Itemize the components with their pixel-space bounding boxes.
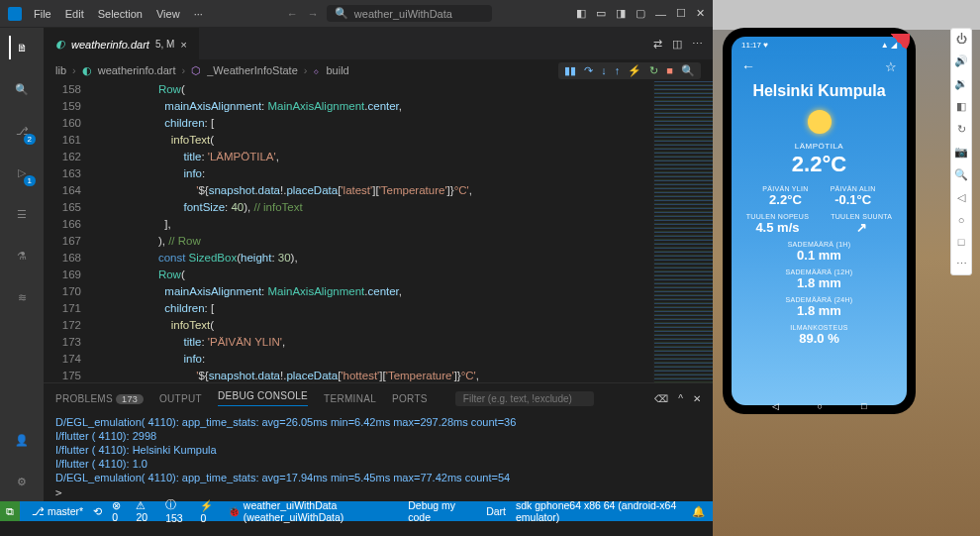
panel-filter-input[interactable]: Filter (e.g. text, !exclude) [455, 391, 594, 406]
emu-side-button-4[interactable]: ↻ [957, 123, 966, 136]
status-sync[interactable]: ⟲ [93, 505, 102, 517]
high-label: PÄIVÄN YLIN [762, 185, 808, 192]
debug-restart-icon[interactable]: ↻ [649, 64, 658, 77]
debug-step-out-icon[interactable]: ↑ [615, 64, 621, 76]
android-nav-bar: ◁ ○ □ [732, 398, 907, 405]
status-info[interactable]: ⓘ 153 [165, 498, 190, 524]
tab-problems[interactable]: PROBLEMS 173 [55, 393, 144, 404]
rain-24h-label: SADEMÄÄRÄ (24H) [739, 296, 899, 303]
emu-side-button-8[interactable]: ○ [958, 214, 965, 226]
android-home-icon[interactable]: ○ [818, 401, 823, 405]
accounts-icon[interactable]: 👤 [10, 428, 34, 452]
layout-left-icon[interactable]: ◧ [576, 7, 586, 20]
emu-side-button-5[interactable]: 📷 [954, 146, 968, 159]
tab-debug-console[interactable]: DEBUG CONSOLE [218, 390, 308, 406]
layout-right-icon[interactable]: ◨ [616, 7, 626, 20]
tab-more-icon[interactable]: ⋯ [692, 38, 703, 51]
emu-side-button-0[interactable]: ⏻ [956, 33, 967, 45]
debug-pause-icon[interactable]: ▮▮ [564, 64, 576, 77]
app-favorite-icon[interactable]: ☆ [885, 59, 897, 74]
titlebar: File Edit Selection View ··· ← → 🔍 weath… [0, 0, 713, 28]
breadcrumb-class[interactable]: _WeatherInfoState [207, 64, 298, 76]
tab-output[interactable]: OUTPUT [159, 393, 202, 404]
command-center-search[interactable]: 🔍 weather_uiWithData [327, 5, 492, 22]
tab-close-icon[interactable]: × [180, 39, 186, 51]
debug-stop-icon[interactable]: ■ [666, 64, 673, 76]
window-minimize-icon[interactable]: — [655, 8, 666, 20]
vscode-logo-icon [8, 7, 22, 21]
tab-modified-badge: 5, M [155, 39, 174, 50]
status-errors[interactable]: ⊗ 0 [112, 499, 126, 523]
window-close-icon[interactable]: ✕ [696, 7, 705, 20]
status-port[interactable]: ⚡ 0 [200, 499, 217, 524]
menu-selection[interactable]: Selection [98, 8, 143, 20]
emu-side-button-7[interactable]: ◁ [957, 191, 965, 204]
status-language[interactable]: Dart [486, 505, 506, 517]
vscode-window: File Edit Selection View ··· ← → 🔍 weath… [0, 0, 713, 521]
low-label: PÄIVÄN ALIN [831, 185, 876, 192]
layout-bottom-icon[interactable]: ▭ [596, 7, 606, 20]
search-icon[interactable]: 🔍 [10, 77, 34, 101]
explorer-icon[interactable]: 🗎 [9, 36, 33, 59]
dart-file-icon: ◐ [55, 38, 65, 51]
split-editor-icon[interactable]: ◫ [672, 38, 682, 51]
editor-tab-bar: ◐ weatherinfo.dart 5, M × ⇄ ◫ ⋯ [44, 28, 713, 59]
nav-forward-icon[interactable]: → [308, 8, 319, 20]
flutter-icon[interactable]: ≋ [10, 285, 34, 309]
debug-step-into-icon[interactable]: ↓ [601, 64, 607, 76]
app-back-icon[interactable]: ← [741, 58, 755, 74]
code-editor[interactable]: 1581591601611621631641651661671681691701… [44, 81, 713, 382]
emu-side-button-3[interactable]: ◧ [956, 100, 966, 113]
tab-terminal[interactable]: TERMINAL [324, 393, 376, 404]
status-device-selector[interactable]: 🐞 weather_uiWithData (weather_uiWithData… [228, 499, 398, 523]
settings-gear-icon[interactable]: ⚙ [10, 470, 34, 493]
emu-side-button-6[interactable]: 🔍 [954, 168, 968, 181]
minimap[interactable] [653, 81, 713, 382]
nav-back-icon[interactable]: ← [287, 8, 298, 20]
emulator-side-toolbar: ⏻🔊🔉◧↻📷🔍◁○□⋯ [950, 28, 972, 275]
source-control-icon[interactable]: ⎇2 [10, 119, 34, 143]
panel-maximize-icon[interactable]: ^ [678, 393, 683, 404]
tab-ports[interactable]: PORTS [392, 393, 428, 404]
testing-icon[interactable]: ⚗ [10, 244, 34, 268]
status-remote-icon[interactable]: ⧉ [0, 501, 20, 521]
humidity-label: ILMANKOSTEUS [739, 324, 899, 331]
android-recent-icon[interactable]: □ [861, 401, 866, 405]
run-debug-icon[interactable]: ▷1 [10, 161, 34, 184]
emu-side-button-2[interactable]: 🔉 [954, 77, 968, 90]
debug-console-output[interactable]: D/EGL_emulation( 4110): app_time_stats: … [44, 413, 713, 484]
devtools-icon[interactable]: 🔍 [681, 64, 695, 77]
android-emulator: 11:17 ♥▲ ◢ ← ☆ Helsinki Kumpula LÄMPÖTIL… [723, 28, 921, 424]
layout-panel-icon[interactable]: ▢ [636, 7, 645, 20]
menu-view[interactable]: View [156, 8, 180, 20]
status-debug-config[interactable]: Debug my code [408, 499, 466, 523]
status-sdk-device[interactable]: sdk gphone64 x86 64 (android-x64 emulato… [516, 499, 682, 523]
wind-dir-label: TUULEN SUUNTA [831, 213, 892, 220]
rain-1h-label: SADEMÄÄRÄ (1H) [739, 241, 899, 248]
compare-icon[interactable]: ⇄ [653, 38, 662, 51]
high-value: 2.2°C [762, 192, 808, 207]
status-notifications-icon[interactable]: 🔔 [692, 505, 705, 518]
window-maximize-icon[interactable]: ☐ [676, 7, 686, 20]
extensions-icon[interactable]: ☰ [10, 202, 34, 226]
emu-side-button-9[interactable]: □ [958, 236, 965, 248]
rain-12h-label: SADEMÄÄRÄ (12H) [739, 268, 899, 275]
emu-side-button-1[interactable]: 🔊 [954, 54, 968, 67]
menu-file[interactable]: File [34, 8, 51, 20]
status-branch[interactable]: ⎇ master* [32, 505, 83, 517]
clear-console-icon[interactable]: ⌫ [654, 393, 668, 404]
debug-step-over-icon[interactable]: ↷ [584, 64, 593, 77]
panel-close-icon[interactable]: ✕ [693, 393, 701, 404]
breadcrumb-method[interactable]: build [326, 64, 348, 76]
emu-side-button-10[interactable]: ⋯ [956, 258, 967, 270]
breadcrumb-folder[interactable]: lib [55, 64, 66, 76]
android-back-icon[interactable]: ◁ [772, 401, 779, 405]
menu-more[interactable]: ··· [194, 8, 203, 20]
hot-reload-icon[interactable]: ⚡ [628, 64, 641, 77]
status-warnings[interactable]: ⚠ 20 [136, 499, 155, 523]
tab-weatherinfo[interactable]: ◐ weatherinfo.dart 5, M × [44, 28, 199, 59]
menu-edit[interactable]: Edit [65, 8, 84, 20]
search-icon: 🔍 [335, 7, 348, 20]
breadcrumb-file[interactable]: weatherinfo.dart [98, 64, 176, 76]
humidity-value: 89.0 % [739, 331, 899, 346]
